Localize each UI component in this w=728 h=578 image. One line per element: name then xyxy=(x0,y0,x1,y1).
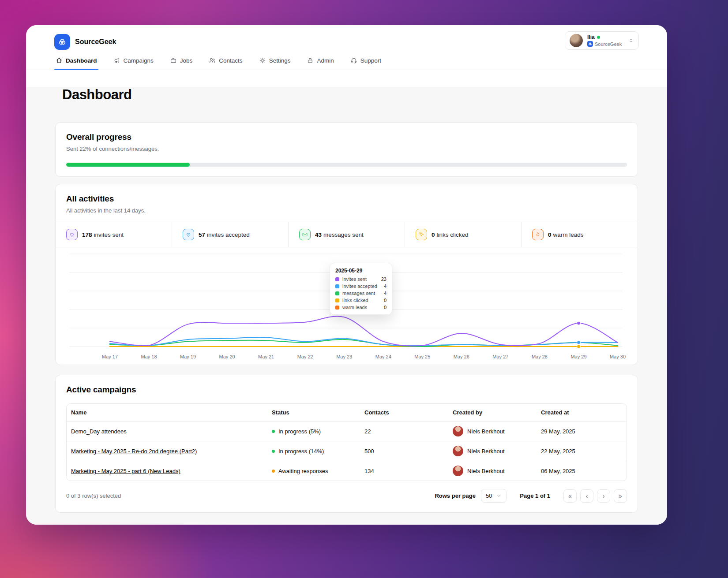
svg-text:May 24: May 24 xyxy=(375,354,391,359)
creator-avatar xyxy=(453,466,463,476)
overall-progress-bar xyxy=(66,163,627,167)
svg-text:May 25: May 25 xyxy=(414,354,430,359)
tooltip-row: messages sent 4 xyxy=(335,291,387,296)
activities-title: All activities xyxy=(66,194,627,204)
previous-page-button[interactable]: ‹ xyxy=(580,489,593,503)
pagination: « ‹ › » xyxy=(563,489,627,503)
series-swatch xyxy=(335,284,339,288)
stat-invites-accepted: 57invites accepted xyxy=(172,222,288,247)
series-swatch xyxy=(335,291,339,295)
stat-invites-sent: 178invites sent xyxy=(56,222,172,247)
tooltip-row: links clicked 0 xyxy=(335,298,387,303)
nav-item-support[interactable]: Support xyxy=(349,53,383,70)
user-name: Ilia xyxy=(587,34,595,41)
table-footer: 0 of 3 row(s) selected Rows per page 50 … xyxy=(66,489,627,503)
page-indicator: Page 1 of 1 xyxy=(520,492,550,499)
all-activities-card: All activities All activities in the las… xyxy=(55,184,638,365)
first-page-button[interactable]: « xyxy=(563,489,577,503)
col-created-at: Created at xyxy=(537,404,627,421)
invites-accepted-icon xyxy=(183,229,194,240)
activities-subtitle: All activities in the last 14 days. xyxy=(66,207,627,214)
status-dot xyxy=(272,430,275,433)
campaigns-title: Active campaigns xyxy=(66,385,627,395)
svg-text:May 22: May 22 xyxy=(297,354,313,359)
progress-fill xyxy=(66,163,190,167)
creator-name: Niels Berkhout xyxy=(467,428,505,435)
svg-text:May 20: May 20 xyxy=(219,354,235,359)
creator-avatar xyxy=(453,426,463,436)
nav-item-admin[interactable]: Admin xyxy=(305,53,335,70)
stat-links-clicked: 0links clicked xyxy=(405,222,521,247)
series-swatch xyxy=(335,277,339,281)
rows-per-page-label: Rows per page xyxy=(435,492,475,499)
org-logo-icon xyxy=(587,41,593,47)
activities-chart-area: May 17May 18May 19May 20May 21May 22May … xyxy=(56,247,638,365)
svg-text:May 27: May 27 xyxy=(492,354,508,359)
tooltip-row: invites accepted 4 xyxy=(335,283,387,289)
messages-sent-icon xyxy=(299,229,311,240)
col-contacts: Contacts xyxy=(360,404,448,421)
megaphone-icon xyxy=(113,57,120,64)
table-row: Marketing - May 2025 - Re-do 2nd degree … xyxy=(67,441,627,461)
first-page-icon: « xyxy=(568,492,572,500)
created-at: 06 May, 2025 xyxy=(541,468,575,474)
col-status: Status xyxy=(267,404,360,421)
svg-text:May 28: May 28 xyxy=(532,354,548,359)
status-badge: In progress (5%) xyxy=(278,428,321,435)
previous-page-icon: ‹ xyxy=(586,492,588,500)
lock-icon xyxy=(307,57,314,64)
stat-warm-leads: 0warm leads xyxy=(521,222,638,247)
status-badge: In progress (14%) xyxy=(278,448,324,455)
creator-name: Niels Berkhout xyxy=(467,448,505,455)
contacts-count: 500 xyxy=(364,448,374,455)
nav-item-settings[interactable]: Settings xyxy=(258,53,292,70)
user-menu[interactable]: Ilia SourceGeek xyxy=(565,31,639,50)
gear-icon xyxy=(259,57,266,64)
created-at: 29 May, 2025 xyxy=(541,428,575,435)
stat-messages-sent: 43messages sent xyxy=(288,222,405,247)
overall-progress-card: Overall progress Sent 22% of connections… xyxy=(55,122,638,177)
creator-name: Niels Berkhout xyxy=(467,468,505,474)
brand: SourceGeek xyxy=(54,31,116,50)
chevron-down-icon xyxy=(496,493,502,499)
status-dot xyxy=(272,450,275,453)
campaign-link[interactable]: Demo_Day attendees xyxy=(71,428,127,435)
tooltip-row: invites sent 23 xyxy=(335,276,387,282)
status-dot xyxy=(272,470,275,473)
warm-leads-icon xyxy=(532,229,544,240)
nav-item-contacts[interactable]: Contacts xyxy=(207,53,244,70)
overall-progress-title: Overall progress xyxy=(66,132,627,142)
created-at: 22 May, 2025 xyxy=(541,448,575,455)
nav-item-jobs[interactable]: Jobs xyxy=(169,53,194,70)
online-status-dot xyxy=(597,36,600,39)
series-swatch xyxy=(335,298,339,302)
rows-per-page-select[interactable]: 50 xyxy=(481,489,507,503)
users-icon xyxy=(209,57,216,64)
overall-progress-subtitle: Sent 22% of connections/messages. xyxy=(66,145,627,152)
series-swatch xyxy=(335,306,339,310)
svg-text:May 23: May 23 xyxy=(336,354,352,359)
nav-item-dashboard[interactable]: Dashboard xyxy=(54,53,98,70)
home-icon xyxy=(56,57,63,64)
svg-text:May 18: May 18 xyxy=(141,354,157,359)
svg-text:May 26: May 26 xyxy=(454,354,469,359)
app-header: SourceGeek Ilia SourceGe xyxy=(26,25,667,70)
next-page-button[interactable]: › xyxy=(597,489,610,503)
page-title: Dashboard xyxy=(62,87,638,103)
col-name: Name xyxy=(67,404,267,421)
next-page-icon: › xyxy=(603,492,605,500)
table-header-row: Name Status Contacts Created by Created … xyxy=(67,404,627,421)
contacts-count: 134 xyxy=(364,468,374,474)
campaign-link[interactable]: Marketing - May 2025 - part 6 (New Leads… xyxy=(71,468,180,474)
chevron-up-down-icon xyxy=(628,37,634,44)
active-campaigns-card: Active campaigns Name Status Contacts Cr… xyxy=(55,375,638,513)
tooltip-date: 2025-05-29 xyxy=(335,268,387,274)
campaign-link[interactable]: Marketing - May 2025 - Re-do 2nd degree … xyxy=(71,448,197,455)
last-page-button[interactable]: » xyxy=(614,489,627,503)
activity-stats-strip: 178invites sent 57invites accepted 43mes… xyxy=(56,222,638,247)
user-org: SourceGeek xyxy=(595,41,622,47)
nav-item-campaigns[interactable]: Campaigns xyxy=(112,53,155,70)
svg-text:May 21: May 21 xyxy=(258,354,274,359)
campaigns-table: Name Status Contacts Created by Created … xyxy=(66,403,627,481)
main-nav: Dashboard Campaigns Jobs Contacts xyxy=(54,53,639,70)
